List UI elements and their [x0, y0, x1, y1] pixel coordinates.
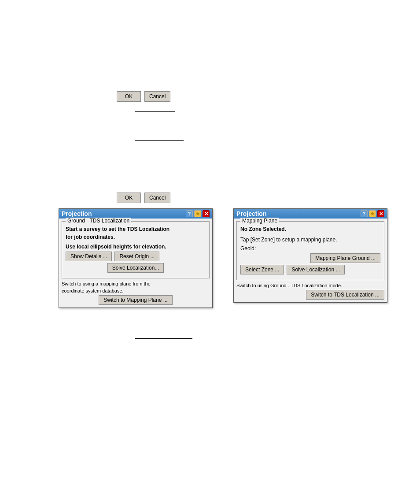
right-group-box: Mapping Plane No Zone Selected. Tap [Set…: [236, 221, 384, 280]
mid-button-group: OK Cancel: [117, 193, 170, 203]
left-window-title: Projection: [62, 210, 186, 217]
left-line2: for job coordinates.: [66, 234, 206, 240]
left-btn-row-1: Show Details ... Reset Origin ...: [66, 252, 206, 261]
reset-origin-button[interactable]: Reset Origin ...: [114, 252, 159, 261]
top-cancel-button[interactable]: Cancel: [144, 91, 170, 102]
left-switch-text-1: Switch to using a mapping plane from the: [62, 281, 210, 286]
right-window-body: Mapping Plane No Zone Selected. Tap [Set…: [234, 219, 387, 302]
top-ok-button[interactable]: OK: [117, 91, 141, 102]
left-btn-row-2: Solve Localization...: [66, 263, 206, 273]
left-switch-text-2: coordinate system database.: [62, 288, 210, 293]
left-window-body: Ground - TDS Localization Start a survey…: [59, 219, 212, 308]
mapping-plane-ground-button[interactable]: Mapping Plane Ground ...: [310, 253, 380, 263]
left-question-icon[interactable]: ?: [186, 210, 193, 217]
right-geoid-label: Geoid:: [240, 245, 380, 252]
show-details-button[interactable]: Show Details ...: [66, 252, 112, 261]
left-switch-btn-container: Switch to Mapping Plane ...: [62, 295, 210, 305]
mid-cancel-button[interactable]: Cancel: [144, 193, 170, 203]
right-question-icon[interactable]: ?: [361, 210, 368, 217]
right-group-content: No Zone Selected. Tap [Set Zone] to setu…: [240, 226, 380, 274]
right-btn-row-2: Select Zone ... Solve Localization ...: [240, 265, 380, 274]
solve-localization-left-button[interactable]: Solve Localization...: [107, 263, 164, 273]
right-group-label: Mapping Plane: [240, 218, 279, 224]
right-close-icon[interactable]: ✕: [377, 210, 384, 217]
left-star-icon[interactable]: ★: [194, 210, 201, 217]
left-titlebar-icons: ? ★ ✕: [186, 210, 210, 217]
select-zone-button[interactable]: Select Zone ...: [240, 265, 284, 274]
left-line3: Use local ellipsoid heights for elevatio…: [66, 244, 206, 250]
right-switch-btn-container: Switch to TDS Localization ...: [236, 290, 384, 300]
top-underline-2: [135, 140, 184, 141]
projection-window-left: Projection ? ★ ✕ Ground - TDS Localizati…: [59, 208, 213, 308]
right-btn-row-1: Mapping Plane Ground ...: [240, 253, 380, 263]
right-window-titlebar: Projection ? ★ ✕: [234, 209, 387, 219]
left-line1: Start a survey to set the TDS Localizati…: [66, 226, 206, 232]
right-no-zone: No Zone Selected.: [240, 226, 380, 232]
right-switch-text: Switch to using Ground - TDS Localizatio…: [236, 283, 384, 288]
bottom-underline: [135, 338, 192, 339]
left-group-box: Ground - TDS Localization Start a survey…: [62, 221, 210, 278]
top-button-group: OK Cancel: [117, 91, 170, 102]
left-window-titlebar: Projection ? ★ ✕: [59, 209, 212, 219]
projection-window-right: Projection ? ★ ✕ Mapping Plane No Zone S…: [233, 208, 387, 303]
switch-to-mapping-plane-button[interactable]: Switch to Mapping Plane ...: [99, 295, 172, 305]
left-group-content: Start a survey to set the TDS Localizati…: [66, 226, 206, 273]
right-tap-text: Tap [Set Zone] to setup a mapping plane.: [240, 237, 380, 243]
right-window-title: Projection: [236, 210, 361, 217]
switch-to-tds-button[interactable]: Switch to TDS Localization ...: [306, 290, 384, 300]
solve-localization-right-button[interactable]: Solve Localization ...: [287, 265, 345, 274]
left-group-label: Ground - TDS Localization: [66, 218, 131, 224]
right-star-icon[interactable]: ★: [369, 210, 376, 217]
left-close-icon[interactable]: ✕: [203, 210, 210, 217]
top-underline-1: [135, 111, 175, 112]
right-titlebar-icons: ? ★ ✕: [361, 210, 384, 217]
mid-ok-button[interactable]: OK: [117, 193, 141, 203]
